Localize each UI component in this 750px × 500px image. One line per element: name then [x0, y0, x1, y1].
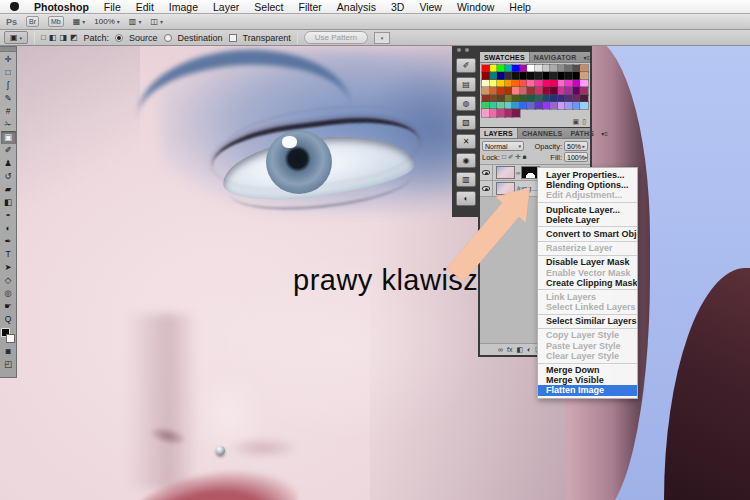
color-swatch[interactable] — [490, 80, 498, 87]
color-swatch[interactable] — [558, 65, 566, 72]
bridge-button[interactable]: Br — [26, 16, 39, 27]
color-swatch[interactable] — [512, 109, 520, 116]
color-swatch[interactable] — [535, 95, 543, 102]
color-swatch[interactable] — [527, 80, 535, 87]
color-swatch[interactable] — [520, 65, 528, 72]
color-swatch[interactable] — [520, 80, 528, 87]
menubar-item[interactable]: Help — [509, 1, 531, 13]
palette-grip[interactable] — [0, 47, 16, 52]
layers-footer-icon[interactable]: fx — [507, 346, 512, 353]
color-swatch[interactable] — [512, 65, 520, 72]
destination-label[interactable]: Destination — [178, 33, 223, 43]
panel-tab[interactable]: LAYERS — [480, 128, 518, 138]
color-swatch[interactable] — [482, 65, 490, 72]
panel-tab[interactable]: NAVIGATOR — [530, 52, 581, 62]
color-swatch[interactable] — [573, 80, 581, 87]
color-swatch[interactable] — [527, 87, 535, 94]
color-swatch[interactable] — [497, 95, 505, 102]
layers-footer-icon[interactable]: ◐ — [527, 346, 531, 353]
tool-button[interactable]: ➤ — [1, 261, 16, 274]
fill-input[interactable]: 100% ▸ — [564, 152, 588, 162]
color-swatch[interactable] — [558, 72, 566, 79]
tool-button[interactable]: ☛ — [1, 300, 16, 313]
color-swatch[interactable] — [527, 72, 535, 79]
tool-button[interactable]: ▰ — [1, 183, 16, 196]
color-swatch[interactable] — [527, 65, 535, 72]
color-swatch[interactable] — [497, 102, 505, 109]
color-swatch[interactable] — [497, 80, 505, 87]
context-menu-item[interactable] — [538, 289, 637, 290]
context-menu-item[interactable]: Select Similar Layers — [538, 316, 637, 326]
color-swatch[interactable] — [520, 102, 528, 109]
lock-option-icon[interactable]: □ — [502, 153, 506, 161]
color-swatch[interactable] — [512, 102, 520, 109]
tool-button[interactable]: ◧ — [1, 196, 16, 209]
dock-panel-button[interactable]: ✐ — [456, 58, 476, 73]
color-swatch[interactable] — [497, 109, 505, 116]
panel-menu-icon[interactable]: ▾≡ — [580, 52, 593, 62]
panel-tab[interactable]: SWATCHES — [480, 52, 530, 62]
color-swatch[interactable] — [505, 87, 513, 94]
context-menu-item[interactable]: Merge Down — [538, 365, 637, 375]
lock-option-icon[interactable]: ✛ — [515, 153, 520, 161]
color-swatch[interactable] — [573, 87, 581, 94]
context-menu-item[interactable] — [538, 363, 637, 364]
color-swatch[interactable] — [535, 87, 543, 94]
layers-footer-icon[interactable]: ◧ — [516, 346, 523, 354]
menubar-item[interactable]: File — [104, 1, 121, 13]
color-swatch[interactable] — [543, 87, 551, 94]
blend-mode-select[interactable]: Normal ▾ — [482, 141, 524, 151]
zoom-level-dropdown[interactable]: 100% ▾ — [94, 17, 119, 26]
color-swatch[interactable] — [482, 95, 490, 102]
dock-panel-button[interactable]: ▧ — [456, 115, 476, 130]
color-swatch[interactable] — [550, 87, 558, 94]
context-menu-item[interactable]: Enable Vector Mask — [538, 268, 637, 278]
arrange-documents-button[interactable]: ▥ ▾ — [129, 17, 142, 26]
use-pattern-button[interactable]: Use Pattern — [304, 31, 368, 44]
dock-panel-button[interactable]: ◍ — [456, 96, 476, 111]
color-swatch[interactable] — [558, 102, 566, 109]
color-swatch[interactable] — [543, 80, 551, 87]
apple-menu-icon[interactable] — [10, 2, 19, 11]
tool-button[interactable]: Q — [1, 313, 16, 326]
color-swatch[interactable] — [520, 87, 528, 94]
color-swatch[interactable] — [580, 102, 588, 109]
color-swatch[interactable] — [580, 87, 588, 94]
tool-button[interactable]: ✎ — [1, 92, 16, 105]
color-swatch[interactable] — [543, 95, 551, 102]
source-label[interactable]: Source — [129, 33, 158, 43]
tool-button[interactable]: ✐ — [1, 144, 16, 157]
color-swatch[interactable] — [565, 65, 573, 72]
context-menu-item[interactable]: Delete Layer — [538, 215, 637, 225]
panel-menu-icon[interactable]: ▾≡ — [598, 128, 611, 138]
context-menu-item[interactable]: Duplicate Layer... — [538, 205, 637, 215]
color-swatch[interactable] — [573, 72, 581, 79]
context-menu-item[interactable]: Blending Options... — [538, 180, 637, 190]
color-swatch[interactable] — [505, 109, 513, 116]
lock-option-icon[interactable]: ✐ — [508, 153, 513, 161]
selection-mode-icon[interactable]: ◩ — [70, 33, 78, 42]
color-swatch[interactable] — [490, 65, 498, 72]
tool-preset-picker[interactable]: ▣ ▾ — [4, 31, 28, 44]
color-swatch[interactable] — [580, 95, 588, 102]
color-swatch[interactable] — [535, 72, 543, 79]
color-swatch[interactable] — [490, 109, 498, 116]
tool-button[interactable]: □ — [1, 66, 16, 79]
color-swatch[interactable] — [490, 95, 498, 102]
color-swatch[interactable] — [512, 87, 520, 94]
menubar-item[interactable]: Filter — [298, 1, 321, 13]
color-swatch[interactable] — [490, 72, 498, 79]
swatch-footer-icon[interactable]: ▯ — [582, 118, 586, 126]
color-swatch[interactable] — [565, 80, 573, 87]
color-swatch[interactable] — [550, 80, 558, 87]
menubar-item[interactable]: View — [419, 1, 442, 13]
color-swatch[interactable] — [505, 65, 513, 72]
context-menu-item[interactable]: Rasterize Layer — [538, 243, 637, 253]
menubar-item[interactable]: Edit — [136, 1, 154, 13]
color-swatch[interactable] — [482, 80, 490, 87]
color-swatch[interactable] — [573, 95, 581, 102]
color-swatch[interactable] — [573, 65, 581, 72]
opacity-input[interactable]: 50% ▸ — [564, 141, 588, 151]
context-menu-item[interactable]: Merge Visible — [538, 375, 637, 385]
color-swatch[interactable] — [543, 65, 551, 72]
